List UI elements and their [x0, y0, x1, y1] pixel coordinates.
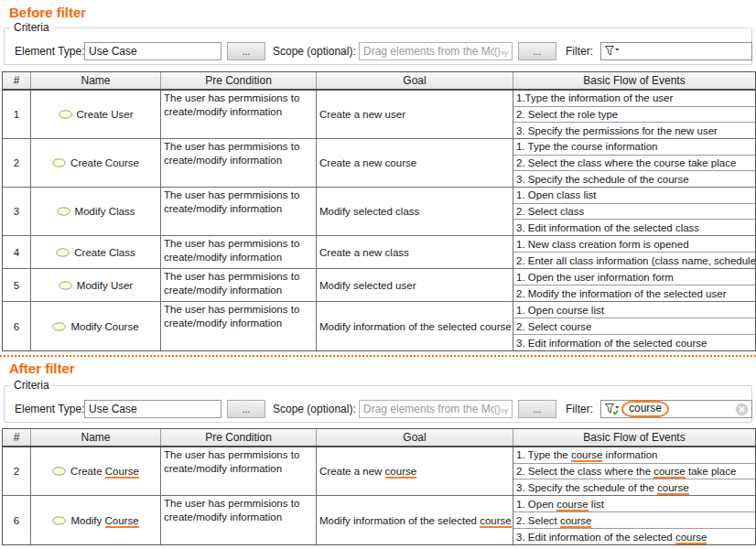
row-number-cell: 6 — [3, 302, 31, 350]
goal-cell: Modify information of the selected cours… — [317, 302, 513, 350]
table-row[interactable]: 1Create UserThe user has permmisions to … — [3, 91, 755, 139]
flow-item: 2. Select the class where the course tak… — [513, 464, 755, 480]
flow-item: 1. New class creation form is opened — [513, 236, 755, 253]
column-header-2[interactable]: Pre Condition — [161, 72, 317, 89]
usecase-icon — [56, 248, 70, 257]
precondition-cell: The user has permmisions to create/modif… — [161, 236, 317, 268]
row-number-cell: 4 — [3, 236, 31, 268]
usecase-icon — [52, 467, 66, 476]
precondition-cell: The user has permmisions to create/modif… — [161, 139, 317, 187]
usecase-icon — [59, 110, 72, 119]
scope-browse-button[interactable]: ... — [518, 400, 556, 418]
usecase-name-cell: Create Course — [31, 447, 161, 495]
expression-icon: {}xy — [494, 46, 508, 57]
usecase-icon — [52, 158, 66, 167]
criteria-group-label: Criteria — [10, 21, 53, 34]
usecase-icon — [52, 516, 66, 525]
flow-item: 2. Modify the information of the selecte… — [513, 285, 755, 301]
flow-item: 1.Type the information of the user — [513, 91, 755, 107]
row-number-cell: 1 — [3, 91, 31, 138]
column-header-0[interactable]: # — [3, 429, 31, 446]
usecase-icon — [52, 322, 66, 331]
criteria-controls-after: Element Type: ... Scope (optional): Drag… — [0, 400, 756, 418]
scope-input[interactable]: Drag elements from the Mode {}xy — [359, 42, 513, 60]
filter-funnel-icon[interactable] — [604, 45, 620, 58]
usecase-name-cell: Create Class — [31, 236, 161, 268]
column-header-3[interactable]: Goal — [317, 72, 513, 89]
column-header-1[interactable]: Name — [31, 429, 161, 446]
flow-item: 1. Open class list — [513, 188, 755, 204]
row-number-cell: 2 — [3, 447, 31, 495]
flows-cell: 1. New class creation form is opened2. E… — [513, 236, 755, 268]
table-row[interactable]: 5Modify UserThe user has permmisions to … — [3, 269, 755, 302]
flow-item: 3. Edit information of the selected clas… — [513, 220, 755, 235]
scope-input[interactable]: Drag elements from the Mod {}xy — [359, 400, 513, 418]
table-header-row: #NamePre ConditionGoalBasic Flow of Even… — [3, 72, 755, 91]
flows-cell: 1. Open the user information form2. Modi… — [513, 269, 755, 301]
column-header-2[interactable]: Pre Condition — [161, 429, 317, 446]
flows-cell: 1. Type the course information2. Select … — [513, 447, 755, 495]
column-header-0[interactable]: # — [3, 72, 31, 89]
filter-label: Filter: — [566, 403, 593, 415]
flow-item: 1. Type the course information — [513, 139, 755, 156]
scope-placeholder: Drag elements from the Mod — [363, 403, 494, 415]
table-row[interactable]: 2Create CourseThe user has permmisions t… — [3, 447, 755, 496]
column-header-4[interactable]: Basic Flow of Events — [513, 429, 755, 446]
scope-browse-button[interactable]: ... — [518, 42, 556, 60]
flow-item: 2. Select class — [513, 204, 755, 221]
usecase-name-cell: Modify Class — [31, 188, 161, 235]
column-header-1[interactable]: Name — [31, 72, 161, 89]
before-title: Before filter — [9, 5, 86, 20]
usecase-name-cell: Modify Course — [31, 302, 161, 350]
flows-cell: 1. Open course list2. Select course3. Ed… — [513, 302, 755, 350]
row-number-cell: 5 — [3, 269, 31, 301]
flow-item: 3. Edit information of the selected cour… — [513, 529, 755, 544]
scope-label: Scope (optional): — [273, 45, 356, 58]
filter-input[interactable]: course — [600, 400, 752, 418]
table-row[interactable]: 4Create ClassThe user has permmisions to… — [3, 236, 755, 269]
table-row[interactable]: 2Create CourseThe user has permmisions t… — [3, 139, 755, 188]
row-number-cell: 3 — [3, 188, 31, 235]
filter-value[interactable]: course — [629, 402, 662, 414]
scope-placeholder: Drag elements from the Mode — [363, 45, 494, 58]
usecase-name-cell: Modify User — [31, 269, 161, 301]
section-separator — [0, 355, 756, 357]
filter-funnel-active-icon[interactable] — [604, 403, 620, 416]
column-header-3[interactable]: Goal — [317, 429, 513, 446]
goal-cell: Create a new class — [317, 236, 513, 268]
element-type-input[interactable] — [84, 42, 221, 60]
after-title: After filter — [9, 361, 75, 376]
criteria-group-label: Criteria — [10, 379, 53, 392]
flows-cell: 1. Open course list2. Select course3. Ed… — [513, 496, 755, 544]
table-row[interactable]: 6Modify CourseThe user has permmisions t… — [3, 496, 755, 544]
usecase-name-cell: Modify Course — [31, 496, 161, 544]
flows-cell: 1. Open class list2. Select class3. Edit… — [513, 188, 755, 235]
flow-item: 2. Enter all class information (class na… — [513, 253, 755, 268]
usecase-table-after: #NamePre ConditionGoalBasic Flow of Even… — [2, 428, 756, 545]
flow-item: 2. Select course — [513, 318, 755, 335]
element-type-browse-button[interactable]: ... — [227, 400, 265, 418]
filter-input[interactable] — [600, 42, 752, 60]
flows-cell: 1. Type the course information2. Select … — [513, 139, 755, 187]
element-type-label: Element Type: — [15, 403, 85, 415]
goal-cell: Create a new course — [317, 447, 513, 495]
table-row[interactable]: 6Modify CourseThe user has permmisions t… — [3, 302, 755, 350]
goal-cell: Create a new user — [317, 91, 513, 138]
precondition-cell: The user has permmisions to create/modif… — [161, 269, 317, 301]
clear-filter-icon[interactable] — [735, 403, 749, 416]
flow-item: 3. Specify the schedule of the course — [513, 171, 755, 187]
flow-item: 3. Edit information of the selected cour… — [513, 335, 755, 350]
scope-label: Scope (optional): — [273, 403, 356, 415]
element-type-input[interactable] — [84, 400, 221, 418]
element-type-label: Element Type: — [15, 45, 85, 58]
table-row[interactable]: 3Modify ClassThe user has permmisions to… — [3, 188, 755, 236]
row-number-cell: 2 — [3, 139, 31, 187]
flows-cell: 1.Type the information of the user2. Sel… — [513, 91, 755, 138]
element-type-browse-button[interactable]: ... — [227, 42, 265, 60]
usecase-name-cell: Create User — [31, 91, 161, 138]
usecase-icon — [59, 281, 72, 290]
expression-icon: {}xy — [494, 404, 508, 414]
precondition-cell: The user has permmisions to create/modif… — [161, 447, 317, 495]
column-header-4[interactable]: Basic Flow of Events — [513, 72, 755, 89]
precondition-cell: The user has permmisions to create/modif… — [161, 496, 317, 544]
